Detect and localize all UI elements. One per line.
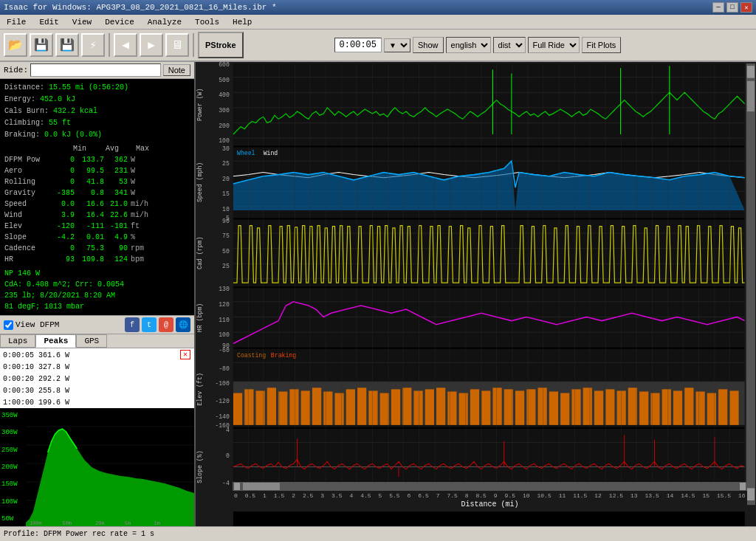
list-item: 0:00:30 255.8 W <box>3 385 191 397</box>
peaks-list-content: 0:00:05 361.6 W0:00:10 327.8 W0:00:20 29… <box>0 348 194 408</box>
x-tick: 4 <box>349 492 353 499</box>
email-icon[interactable]: @ <box>159 317 173 332</box>
svg-text:-140: -140 <box>215 413 230 420</box>
x-tick: 11.5 <box>573 492 587 499</box>
svg-text:Power (W): Power (W) <box>196 88 203 121</box>
svg-rect-100 <box>492 387 501 425</box>
svg-rect-95 <box>436 387 445 425</box>
delete-peaks-button[interactable]: ✕ <box>180 350 190 359</box>
x-tick: 1 <box>263 492 267 499</box>
mini-chart: 350W300W250W200W150W100W50W 100m 50m 20m… <box>0 408 194 526</box>
svg-text:20: 20 <box>222 176 230 182</box>
time-display: 0:00:05 ▼ <box>334 38 410 52</box>
x-tick: 9.5 <box>505 492 515 499</box>
svg-text:20m: 20m <box>95 520 104 526</box>
x-tick: 13.5 <box>645 492 659 499</box>
svg-rect-88 <box>357 387 366 425</box>
x-tick: 0 <box>234 492 238 499</box>
svg-text:10: 10 <box>222 206 230 213</box>
social-icons: f t @ 🌐 <box>125 317 190 332</box>
menu-tools[interactable]: Tools <box>192 17 222 27</box>
list-item: 1:00:00 199.6 W <box>3 397 191 408</box>
tab-gps[interactable]: GPS <box>76 334 107 348</box>
usb-button[interactable]: ⚡ <box>81 33 105 57</box>
svg-rect-79 <box>256 390 265 424</box>
time-dropdown[interactable]: ▼ <box>384 38 410 52</box>
tab-laps[interactable]: Laps <box>0 334 35 348</box>
svg-rect-172 <box>747 66 755 77</box>
svg-rect-96 <box>447 391 456 424</box>
ride-input[interactable] <box>30 63 161 77</box>
pstroke-button[interactable]: PStroke <box>198 32 244 58</box>
display-button[interactable]: 🖥 <box>165 33 189 57</box>
maximize-button[interactable]: □ <box>726 2 738 13</box>
show-button[interactable]: Show <box>413 37 444 53</box>
close-button[interactable]: ✕ <box>740 2 752 13</box>
svg-text:-120: -120 <box>215 398 230 404</box>
svg-text:1m: 1m <box>154 520 159 526</box>
svg-rect-98 <box>470 389 479 424</box>
time-value: 0:00:05 <box>334 38 382 52</box>
main-container: Ride: Note Distance: 15.55 mi (0:56:20) … <box>0 62 756 526</box>
stat-cda: CdA: 0.408 m^2; Crr: 0.0054 <box>4 280 124 289</box>
menu-device[interactable]: Device <box>102 17 137 27</box>
svg-rect-104 <box>538 387 547 425</box>
save-button[interactable]: 💾 <box>30 33 53 57</box>
mini-chart-label: 200W <box>1 464 18 471</box>
menu-view[interactable]: View <box>69 17 94 27</box>
fit-plots-button[interactable]: Fit Plots <box>582 37 622 53</box>
svg-rect-114 <box>650 393 659 425</box>
view-dfpm-checkbox[interactable]: View DFPM <box>4 320 59 330</box>
tabs-row: Laps Peaks GPS <box>0 334 194 348</box>
note-button[interactable]: Note <box>163 64 190 76</box>
minimize-button[interactable]: ─ <box>712 2 724 13</box>
language-select[interactable]: english <box>446 37 491 53</box>
left-panel: Ride: Note Distance: 15.55 mi (0:56:20) … <box>0 62 196 526</box>
stat-energy: 452.0 kJ <box>40 95 75 103</box>
open-button[interactable]: 📂 <box>4 33 27 57</box>
svg-rect-77 <box>233 393 242 425</box>
facebook-icon[interactable]: f <box>125 317 140 332</box>
share-icon[interactable]: 🌐 <box>176 317 190 332</box>
svg-text:25: 25 <box>222 263 230 269</box>
dfpm-checkbox-input[interactable] <box>4 320 13 330</box>
svg-text:100: 100 <box>219 331 230 338</box>
x-tick: 15.5 <box>717 492 731 499</box>
svg-text:500: 500 <box>219 77 230 83</box>
svg-text:Braking: Braking <box>271 352 296 359</box>
x-tick: 9 <box>494 492 498 499</box>
svg-text:50: 50 <box>222 248 230 255</box>
svg-text:600: 600 <box>219 62 230 68</box>
svg-text:100: 100 <box>219 137 230 144</box>
dist-select[interactable]: dist <box>493 37 526 53</box>
svg-rect-91 <box>391 389 400 424</box>
svg-rect-102 <box>515 390 524 424</box>
svg-rect-87 <box>346 389 355 424</box>
mini-chart-label: 350W <box>1 412 18 419</box>
mini-chart-label: 100W <box>1 498 18 506</box>
svg-text:90: 90 <box>222 218 230 224</box>
save-as-button[interactable]: 💾 <box>55 33 79 57</box>
svg-rect-119 <box>707 393 716 425</box>
x-tick: 2 <box>292 492 295 499</box>
stat-weather: 81 degF; 1013 mbar <box>4 303 84 311</box>
title-bar: Isaac for Windows: APG3P3_08_20_2021_082… <box>0 0 756 15</box>
menu-analyze[interactable]: Analyze <box>145 17 185 27</box>
toolbar: 📂 💾 💾 ⚡ ◀ ▶ 🖥 PStroke 0:00:05 ▼ Show eng… <box>0 30 756 62</box>
forward-button[interactable]: ▶ <box>140 33 163 57</box>
x-axis: 00.511.522.533.544.555.566.577.588.599.5… <box>233 482 747 511</box>
tab-peaks[interactable]: Peaks <box>35 334 76 348</box>
twitter-icon[interactable]: t <box>142 317 157 332</box>
ride-select[interactable]: Full Ride <box>528 37 580 53</box>
menu-file[interactable]: File <box>4 17 29 27</box>
svg-text:Coasting: Coasting <box>237 352 266 359</box>
menu-help[interactable]: Help <box>230 17 255 27</box>
back-button[interactable]: ◀ <box>114 33 137 57</box>
x-tick: 13 <box>630 492 638 499</box>
svg-rect-101 <box>504 389 513 424</box>
peaks-list[interactable]: ✕ 0:00:05 361.6 W0:00:10 327.8 W0:00:20 … <box>0 348 194 408</box>
stat-distance: 15.55 mi (0:56:20) <box>49 83 128 92</box>
menu-edit[interactable]: Edit <box>36 17 61 27</box>
x-tick: 7.5 <box>447 492 457 499</box>
view-dfpm-row: View DFPM f t @ 🌐 <box>0 315 194 334</box>
